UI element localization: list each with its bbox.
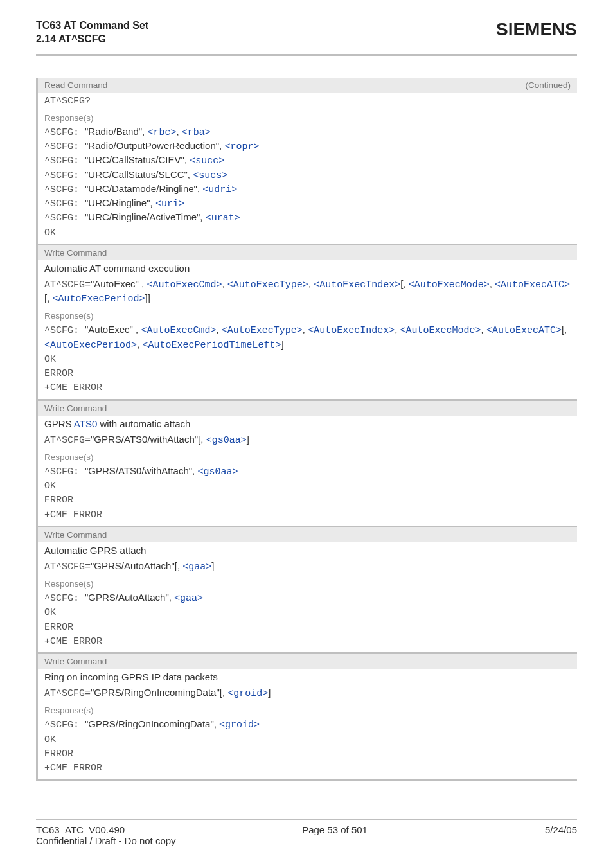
footer-right: 5/24/05 xyxy=(545,824,577,835)
param-link[interactable]: <rbc> xyxy=(147,127,176,138)
footer-confidential: Confidential / Draft - Do not copy xyxy=(36,835,577,846)
param-link[interactable]: <gs0aa> xyxy=(206,435,247,446)
section-header: Write Command xyxy=(38,401,577,416)
text-span: , xyxy=(303,324,308,335)
text-span: AT^SCFG= xyxy=(44,279,91,290)
responses-label: Response(s) xyxy=(38,112,577,124)
text-span: ] xyxy=(268,687,271,698)
param-link[interactable]: <udri> xyxy=(202,184,237,195)
text-span: AT^SCFG? xyxy=(44,96,91,107)
param-link[interactable]: <AutoExecType> xyxy=(222,325,303,336)
text-span: , xyxy=(308,278,314,289)
param-link[interactable]: <urat> xyxy=(206,213,240,224)
response-line: ERROR xyxy=(44,493,571,507)
response-body: ^SCFG: "AutoExec" , <AutoExecCmd>, <Auto… xyxy=(38,322,577,398)
command-syntax: AT^SCFG="AutoExec" , <AutoExecCmd>, <Aut… xyxy=(38,276,577,310)
param-link[interactable]: <AutoExecMode> xyxy=(409,279,490,290)
param-link[interactable]: <sucs> xyxy=(193,170,227,181)
text-span: , xyxy=(490,278,495,289)
text-span: [, xyxy=(562,324,567,335)
text-span: , xyxy=(222,278,227,289)
text-span: ERROR xyxy=(44,748,73,759)
text-span: ERROR xyxy=(44,622,73,633)
text-span: ^SCFG: xyxy=(44,593,85,604)
command-section: Write CommandAutomatic AT command execut… xyxy=(36,245,577,401)
response-body: ^SCFG: "GPRS/RingOnIncomingData", <groid… xyxy=(38,716,577,779)
text-span: ^SCFG: xyxy=(44,720,85,731)
section-header-right: (Continued) xyxy=(525,80,571,90)
param-link[interactable]: <groid> xyxy=(227,688,268,699)
section-header: Write Command xyxy=(38,527,577,542)
response-body: ^SCFG: "GPRS/ATS0/withAttach", <gs0aa>OK… xyxy=(38,463,577,526)
section-header-left: Write Command xyxy=(44,403,107,413)
param-link[interactable]: <gaa> xyxy=(182,562,211,572)
section-description: Automatic GPRS attach xyxy=(38,542,577,558)
text-span: "GPRS/AutoAttach", xyxy=(85,592,174,603)
param-link[interactable]: <AutoExecATC> xyxy=(495,279,570,290)
text-span: ^SCFG: xyxy=(44,466,85,477)
text-span: "URC/CallStatus/SLCC", xyxy=(85,169,193,180)
param-link[interactable]: <AutoExecPeriod> xyxy=(53,294,145,305)
param-link[interactable]: <AutoExecPeriodTimeLeft> xyxy=(142,340,281,351)
header-divider xyxy=(36,54,577,56)
param-link[interactable]: <AutoExecCmd> xyxy=(141,325,216,336)
text-span: ^SCFG: xyxy=(44,325,85,336)
param-link[interactable]: <AutoExecIndex> xyxy=(308,325,395,336)
text-span: "URC/Ringline/ActiveTime", xyxy=(85,211,206,222)
command-section: Read Command(Continued)AT^SCFG?Response(… xyxy=(36,78,577,245)
command-syntax: AT^SCFG="GPRS/RingOnIncomingData"[, <gro… xyxy=(38,685,577,704)
param-link[interactable]: <AutoExecIndex> xyxy=(314,279,400,290)
command-syntax: AT^SCFG="GPRS/ATS0/withAttach"[, <gs0aa>… xyxy=(38,432,577,451)
response-line: ^SCFG: "URC/Ringline/ActiveTime", <urat> xyxy=(44,211,571,225)
text-span: OK xyxy=(44,227,56,238)
param-link[interactable]: <gaa> xyxy=(174,593,203,604)
param-link[interactable]: <uri> xyxy=(155,199,184,209)
text-span: [, xyxy=(400,278,409,289)
brand-logo: SIEMENS xyxy=(496,19,577,40)
param-link[interactable]: <gs0aa> xyxy=(197,466,238,477)
response-line: ^SCFG: "URC/CallStatus/CIEV", <succ> xyxy=(44,154,571,168)
doc-title-line1: TC63 AT Command Set xyxy=(36,19,148,33)
response-line: ERROR xyxy=(44,747,571,761)
footer-left: TC63_ATC_V00.490 xyxy=(36,824,125,835)
text-span: AT^SCFG= xyxy=(44,562,91,572)
text-span: , xyxy=(216,324,221,335)
command-section: Write CommandAutomatic GPRS attachAT^SCF… xyxy=(36,527,577,654)
response-line: +CME ERROR xyxy=(44,761,571,775)
param-link[interactable]: <groid> xyxy=(219,720,260,731)
text-span: "URC/Datamode/Ringline", xyxy=(85,183,202,194)
response-line: OK xyxy=(44,605,571,619)
param-link[interactable]: <AutoExecCmd> xyxy=(147,279,222,290)
text-span: OK xyxy=(44,734,56,745)
text-span: +CME ERROR xyxy=(44,763,102,774)
command-syntax: AT^SCFG? xyxy=(38,93,577,112)
param-link[interactable]: <rba> xyxy=(182,127,211,138)
param-link[interactable]: <succ> xyxy=(190,155,224,166)
param-link[interactable]: <ropr> xyxy=(224,141,259,152)
section-description: Ring on incoming GPRS IP data packets xyxy=(38,669,577,685)
text-span: +CME ERROR xyxy=(44,509,102,520)
param-link[interactable]: <AutoExecPeriod> xyxy=(44,340,137,351)
responses-label: Response(s) xyxy=(38,704,577,716)
text-span: "URC/Ringline", xyxy=(85,197,155,208)
response-line: OK xyxy=(44,226,571,240)
param-link[interactable]: ATS0 xyxy=(74,418,97,429)
response-body: ^SCFG: "GPRS/AutoAttach", <gaa>OKERROR+C… xyxy=(38,590,577,652)
section-header: Read Command(Continued) xyxy=(38,78,577,93)
text-span: "GPRS/AutoAttach"[, xyxy=(91,560,182,571)
command-section: Write CommandGPRS ATS0 with automatic at… xyxy=(36,401,577,527)
param-link[interactable]: <AutoExecATC> xyxy=(486,325,562,336)
text-span: ] xyxy=(247,434,249,445)
section-description: GPRS ATS0 with automatic attach xyxy=(38,416,577,432)
param-link[interactable]: <AutoExecMode> xyxy=(400,325,481,336)
param-link[interactable]: <AutoExecType> xyxy=(227,279,308,290)
text-span: "Radio/Band", xyxy=(85,126,147,137)
text-span: "Radio/OutputPowerReduction", xyxy=(85,140,224,151)
section-header-left: Read Command xyxy=(44,80,107,90)
text-span: , xyxy=(395,324,400,335)
text-span: ^SCFG: xyxy=(44,170,85,181)
text-span: ^SCFG: xyxy=(44,155,85,166)
text-span: AT^SCFG= xyxy=(44,435,91,446)
footer-center: Page 53 of 501 xyxy=(302,824,368,835)
responses-label: Response(s) xyxy=(38,578,577,590)
